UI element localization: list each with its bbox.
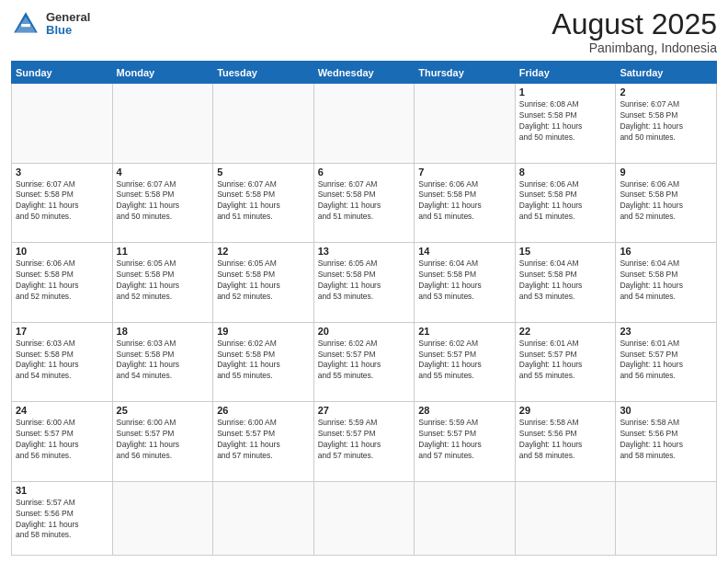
table-row: 4Sunrise: 6:07 AM Sunset: 5:58 PM Daylig…: [112, 163, 213, 243]
table-row: [213, 481, 314, 555]
table-row: 20Sunrise: 6:02 AM Sunset: 5:57 PM Dayli…: [313, 322, 415, 402]
table-row: 16Sunrise: 6:04 AM Sunset: 5:58 PM Dayli…: [616, 243, 717, 323]
calendar-table: Sunday Monday Tuesday Wednesday Thursday…: [11, 61, 717, 556]
table-row: [415, 84, 516, 164]
calendar-header-row: Sunday Monday Tuesday Wednesday Thursday…: [12, 62, 717, 84]
table-row: 17Sunrise: 6:03 AM Sunset: 5:58 PM Dayli…: [12, 322, 113, 402]
month-title: August 2025: [552, 9, 717, 39]
table-row: 12Sunrise: 6:05 AM Sunset: 5:58 PM Dayli…: [213, 243, 314, 323]
table-row: 2Sunrise: 6:07 AM Sunset: 5:58 PM Daylig…: [616, 84, 717, 164]
table-row: 7Sunrise: 6:06 AM Sunset: 5:58 PM Daylig…: [415, 163, 516, 243]
table-row: 22Sunrise: 6:01 AM Sunset: 5:57 PM Dayli…: [515, 322, 616, 402]
table-row: [112, 481, 213, 555]
col-sunday: Sunday: [12, 62, 113, 84]
page: General Blue August 2025 Panimbang, Indo…: [0, 0, 728, 563]
table-row: 13Sunrise: 6:05 AM Sunset: 5:58 PM Dayli…: [313, 243, 415, 323]
table-row: 21Sunrise: 6:02 AM Sunset: 5:57 PM Dayli…: [415, 322, 516, 402]
svg-rect-2: [21, 24, 30, 27]
table-row: [313, 481, 415, 555]
logo-blue-text: Blue: [46, 24, 90, 37]
table-row: 11Sunrise: 6:05 AM Sunset: 5:58 PM Dayli…: [112, 243, 213, 323]
table-row: [616, 481, 717, 555]
table-row: 27Sunrise: 5:59 AM Sunset: 5:57 PM Dayli…: [313, 402, 415, 482]
table-row: 24Sunrise: 6:00 AM Sunset: 5:57 PM Dayli…: [12, 402, 113, 482]
table-row: [415, 481, 516, 555]
table-row: 5Sunrise: 6:07 AM Sunset: 5:58 PM Daylig…: [213, 163, 314, 243]
table-row: 19Sunrise: 6:02 AM Sunset: 5:58 PM Dayli…: [213, 322, 314, 402]
logo-general-text: General: [46, 11, 90, 24]
table-row: 10Sunrise: 6:06 AM Sunset: 5:58 PM Dayli…: [12, 243, 113, 323]
table-row: 14Sunrise: 6:04 AM Sunset: 5:58 PM Dayli…: [415, 243, 516, 323]
table-row: 23Sunrise: 6:01 AM Sunset: 5:57 PM Dayli…: [616, 322, 717, 402]
table-row: 9Sunrise: 6:06 AM Sunset: 5:58 PM Daylig…: [616, 163, 717, 243]
col-wednesday: Wednesday: [313, 62, 415, 84]
table-row: [515, 481, 616, 555]
title-block: August 2025 Panimbang, Indonesia: [552, 9, 717, 55]
table-row: [112, 84, 213, 164]
col-monday: Monday: [112, 62, 213, 84]
table-row: 8Sunrise: 6:06 AM Sunset: 5:58 PM Daylig…: [515, 163, 616, 243]
table-row: 30Sunrise: 5:58 AM Sunset: 5:56 PM Dayli…: [616, 402, 717, 482]
logo: General Blue: [11, 9, 90, 39]
table-row: 29Sunrise: 5:58 AM Sunset: 5:56 PM Dayli…: [515, 402, 616, 482]
table-row: 18Sunrise: 6:03 AM Sunset: 5:58 PM Dayli…: [112, 322, 213, 402]
table-row: [213, 84, 314, 164]
logo-text: General Blue: [46, 11, 90, 38]
table-row: 31Sunrise: 5:57 AM Sunset: 5:56 PM Dayli…: [12, 481, 113, 555]
table-row: 28Sunrise: 5:59 AM Sunset: 5:57 PM Dayli…: [415, 402, 516, 482]
table-row: 1Sunrise: 6:08 AM Sunset: 5:58 PM Daylig…: [515, 84, 616, 164]
header: General Blue August 2025 Panimbang, Indo…: [11, 9, 717, 55]
table-row: 25Sunrise: 6:00 AM Sunset: 5:57 PM Dayli…: [112, 402, 213, 482]
table-row: 3Sunrise: 6:07 AM Sunset: 5:58 PM Daylig…: [12, 163, 113, 243]
table-row: [313, 84, 415, 164]
col-thursday: Thursday: [415, 62, 516, 84]
table-row: 6Sunrise: 6:07 AM Sunset: 5:58 PM Daylig…: [313, 163, 415, 243]
col-saturday: Saturday: [616, 62, 717, 84]
col-tuesday: Tuesday: [213, 62, 314, 84]
location: Panimbang, Indonesia: [552, 40, 717, 55]
col-friday: Friday: [515, 62, 616, 84]
table-row: 15Sunrise: 6:04 AM Sunset: 5:58 PM Dayli…: [515, 243, 616, 323]
table-row: 26Sunrise: 6:00 AM Sunset: 5:57 PM Dayli…: [213, 402, 314, 482]
table-row: [12, 84, 113, 164]
logo-icon: [11, 9, 40, 39]
